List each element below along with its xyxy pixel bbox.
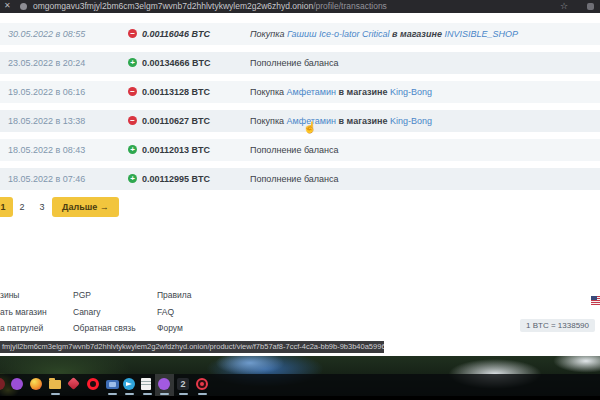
url-domain: omgomgavu3fmjyl2bm6cm3elgm7wvnb7d2hhlvty… (33, 1, 313, 11)
transaction-description: Пополнение баланса (250, 58, 339, 68)
transaction-date: 19.05.2022 в 06:16 (8, 87, 85, 97)
transaction-amount: 0.00116046 BTC (142, 29, 210, 39)
app-2-icon[interactable]: 2 (177, 378, 189, 390)
taskbar: 2 (0, 374, 600, 396)
screen-bottom-strip (0, 396, 600, 400)
btc-rate-badge: 1 BTC = 1338590 (520, 319, 595, 332)
product-link[interactable]: Амфетамин (287, 87, 337, 97)
transaction-description: Покупка Гашиш Ice-o-lator Critical в маг… (250, 29, 518, 39)
open-app-indicator (125, 393, 134, 395)
transaction-amount: 0.00112995 BTC (142, 174, 210, 184)
store-link[interactable]: King-Bong (390, 116, 432, 126)
bookmark-star-icon[interactable]: ☆ (560, 0, 568, 12)
minus-icon: − (128, 116, 137, 125)
browser-address-bar[interactable]: ✕ omgomgavu3fmjyl2bm6cm3elgm7wvnb7d2hhlv… (0, 0, 600, 13)
table-row: 19.05.2022 в 06:16−0.00113128 BTCПокупка… (0, 81, 600, 103)
table-row: 18.05.2022 в 08:43+0.00112013 BTCПополне… (0, 139, 600, 161)
transaction-description: Покупка Амфетамин в магазине King-Bong (250, 116, 432, 126)
open-app-indicator (108, 393, 117, 395)
footer-link[interactable]: FAQ (157, 307, 174, 317)
transaction-date: 30.05.2022 в 08:55 (8, 29, 85, 39)
footer-link[interactable]: Форум (157, 323, 183, 333)
pagination-page[interactable]: 3 (36, 197, 48, 217)
open-app-indicator (160, 393, 169, 395)
table-row: 18.05.2022 в 13:38−0.00110627 BTCПокупка… (0, 110, 600, 132)
open-app-indicator (143, 393, 152, 395)
violet-app-icon[interactable] (11, 378, 23, 390)
pagination-page[interactable]: 2 (16, 197, 28, 217)
screen: ✕ omgomgavu3fmjyl2bm6cm3elgm7wvnb7d2hhlv… (0, 0, 600, 400)
open-app-indicator (179, 393, 188, 395)
transaction-amount: 0.00112013 BTC (142, 145, 210, 155)
telegram-app-icon[interactable] (123, 378, 135, 390)
transaction-date: 23.05.2022 в 20:24 (8, 58, 85, 68)
table-row: 23.05.2022 в 20:24+0.00134666 BTCПополне… (0, 52, 600, 74)
transaction-amount: 0.00134666 BTC (142, 58, 211, 68)
table-row: 30.05.2022 в 08:55−0.00116046 BTCПокупка… (0, 23, 600, 45)
product-link[interactable]: Гашиш Ice-o-lator Critical (287, 29, 390, 39)
footer-link[interactable]: Canary (73, 307, 100, 317)
pagination-next-button[interactable]: Дальше → (52, 197, 119, 217)
plus-icon: + (128, 145, 137, 154)
opera-app-icon[interactable] (87, 378, 99, 390)
footer-link[interactable]: Обратная связь (73, 323, 136, 333)
screenshot-app-icon[interactable] (106, 380, 119, 389)
store-prefix: в магазине (339, 116, 388, 126)
store-link[interactable]: INVISIBLE_SHOP (444, 29, 518, 39)
transaction-description: Пополнение баланса (250, 174, 339, 184)
firefox-app-icon[interactable] (30, 378, 42, 390)
us-flag-icon[interactable] (591, 296, 600, 305)
status-bar-link-preview: fmjyil2bm6cm3elgm7wvnb7d2hhlvtykwylem2g2… (0, 341, 384, 353)
tor-browser-app-icon[interactable] (158, 378, 170, 390)
mouse-cursor: ☝ (303, 121, 317, 134)
minus-icon: − (128, 87, 137, 96)
open-app-indicator (198, 393, 207, 395)
store-prefix: в магазине (339, 87, 388, 97)
site-info-icon[interactable] (20, 3, 27, 10)
notepad-app-icon[interactable] (141, 378, 151, 390)
footer-link[interactable]: PGP (73, 290, 91, 300)
screen-recorder-app-icon[interactable] (196, 378, 208, 390)
transactions-page: 30.05.2022 в 08:55−0.00116046 BTCПокупка… (0, 13, 600, 356)
open-app-indicator (51, 393, 60, 395)
minus-icon: − (128, 29, 137, 38)
transaction-amount: 0.00113128 BTC (142, 87, 210, 97)
url-text[interactable]: omgomgavu3fmjyl2bm6cm3elgm7wvnb7d2hhlvty… (33, 0, 387, 13)
transaction-date: 18.05.2022 в 13:38 (8, 116, 85, 126)
footer-link[interactable]: ать магазин (0, 307, 47, 317)
plus-icon: + (128, 58, 137, 67)
cut-app-icon[interactable] (0, 378, 5, 390)
url-path: /profile/transactions (313, 1, 387, 11)
file-explorer-icon[interactable] (49, 380, 61, 389)
plus-icon: + (128, 174, 137, 183)
transaction-description: Пополнение баланса (250, 145, 339, 155)
close-icon[interactable]: ✕ (4, 0, 11, 12)
store-link[interactable]: King-Bong (390, 87, 432, 97)
gem-app-icon[interactable] (67, 377, 80, 390)
transaction-date: 18.05.2022 в 07:46 (8, 174, 85, 184)
pagination-page-active[interactable]: 1 (0, 197, 13, 217)
footer-link[interactable]: а патрулей (0, 323, 43, 333)
transaction-description: Покупка Амфетамин в магазине King-Bong (250, 87, 432, 97)
store-prefix: в магазине (392, 29, 442, 39)
footer-link[interactable]: Правила (157, 290, 192, 300)
transaction-amount: 0.00110627 BTC (142, 116, 210, 126)
browser-menu-icon[interactable] (587, 3, 594, 10)
table-row: 18.05.2022 в 07:46+0.00112995 BTCПополне… (0, 168, 600, 190)
footer-link[interactable]: зины (0, 290, 19, 300)
transaction-date: 18.05.2022 в 08:43 (8, 145, 85, 155)
